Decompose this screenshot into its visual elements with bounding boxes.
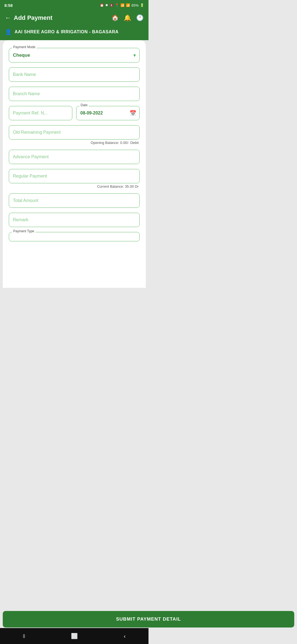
battery-level: 65% bbox=[131, 3, 139, 7]
wifi-icon: 📶 bbox=[120, 3, 125, 7]
remark-input[interactable] bbox=[9, 213, 140, 227]
payment-type-label: Payment Type bbox=[12, 229, 35, 233]
calendar-icon[interactable]: 📅 bbox=[130, 110, 136, 116]
location-icon: 📍 bbox=[115, 3, 119, 7]
ref-date-row: Date 08-09-2022 📅 bbox=[9, 106, 140, 125]
company-bar: 👤 AAI SHREE AGRO & IRRIGATION - BAGASARA bbox=[0, 26, 148, 40]
signal-icon: 📶 bbox=[126, 3, 130, 7]
payment-type-group: Payment Type bbox=[9, 232, 140, 241]
old-remaining-payment-input[interactable] bbox=[9, 125, 140, 140]
advance-payment-input[interactable] bbox=[9, 150, 140, 164]
page-title: Add Payment bbox=[14, 14, 53, 21]
header-actions: 🏠 🔔 🕐 bbox=[111, 14, 144, 21]
payment-ref-group bbox=[9, 106, 72, 120]
history-icon[interactable]: 🕐 bbox=[136, 14, 144, 21]
regular-payment-group: Current Balance: 35.00 Dr bbox=[9, 169, 140, 189]
remark-group bbox=[9, 213, 140, 227]
status-bar: 8:58 ⏰ ✱ 🔇 📍 📶 📶 65% 🔋 bbox=[0, 0, 148, 10]
header-left: ← Add Payment bbox=[5, 14, 53, 21]
bluetooth-icon: ✱ bbox=[105, 3, 108, 7]
company-name: AAI SHREE AGRO & IRRIGATION - BAGASARA bbox=[15, 29, 119, 34]
payment-ref-input[interactable] bbox=[9, 106, 72, 120]
date-label: Date bbox=[79, 103, 89, 107]
mute-icon: 🔇 bbox=[109, 3, 114, 7]
company-icon: 👤 bbox=[5, 29, 12, 35]
notification-icon[interactable]: 🔔 bbox=[124, 14, 131, 21]
branch-name-group bbox=[9, 87, 140, 101]
payment-mode-group: Payment Mode Cheque Cash Online Transfer… bbox=[9, 48, 140, 62]
advance-payment-group bbox=[9, 150, 140, 164]
payment-mode-label: Payment Mode bbox=[12, 45, 37, 49]
payment-mode-select-wrapper: Cheque Cash Online Transfer NEFT RTGS ▾ bbox=[9, 48, 140, 62]
alarm-icon: ⏰ bbox=[100, 3, 104, 7]
home-icon[interactable]: 🏠 bbox=[111, 14, 119, 21]
battery-icon: 🔋 bbox=[140, 3, 144, 7]
date-field-wrapper: 08-09-2022 📅 bbox=[76, 106, 140, 120]
main-form-card: Payment Mode Cheque Cash Online Transfer… bbox=[3, 40, 146, 288]
old-remaining-payment-group: Opening Balance: 0.00/- Debit bbox=[9, 125, 140, 145]
opening-balance-text: Opening Balance: 0.00/- Debit bbox=[9, 141, 140, 145]
app-header: ← Add Payment 🏠 🔔 🕐 bbox=[0, 10, 148, 26]
total-amount-group bbox=[9, 193, 140, 208]
bank-name-input[interactable] bbox=[9, 67, 140, 82]
date-group: Date 08-09-2022 📅 bbox=[76, 106, 140, 120]
bank-name-group bbox=[9, 67, 140, 82]
current-balance-text: Current Balance: 35.00 Dr bbox=[9, 184, 140, 189]
branch-name-input[interactable] bbox=[9, 87, 140, 101]
payment-mode-select[interactable]: Cheque Cash Online Transfer NEFT RTGS bbox=[9, 48, 140, 62]
status-icons: ⏰ ✱ 🔇 📍 📶 📶 65% 🔋 bbox=[100, 3, 144, 7]
back-button[interactable]: ← bbox=[5, 14, 11, 21]
total-amount-input[interactable] bbox=[9, 193, 140, 208]
status-time: 8:58 bbox=[4, 3, 13, 8]
regular-payment-input[interactable] bbox=[9, 169, 140, 183]
